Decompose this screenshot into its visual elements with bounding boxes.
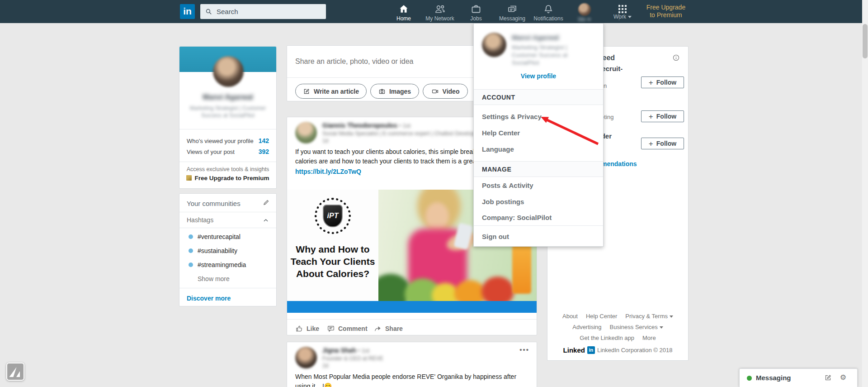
premium-upgrade-link[interactable]: Free Upgrade to Premium [179,175,276,182]
manage-section-header: MANAGE [474,161,603,177]
follow-button[interactable]: +Follow [641,76,684,88]
profile-avatar[interactable] [213,56,244,87]
account-section-header: ACCOUNT [474,89,603,105]
linkedin-home-page: in Home My Network Jobs [0,0,868,387]
post-image-heading: Why and How to Teach Your Clients About … [290,243,376,280]
nav-item-notifications[interactable]: Notifications [529,3,567,22]
comment-icon [327,325,335,333]
nav-item-jobs[interactable]: Jobs [457,3,495,22]
chevron-down-icon [670,315,673,318]
footer-link-about[interactable]: About [562,313,578,320]
post-author-avatar[interactable] [295,122,317,143]
chevron-down-icon [628,16,632,18]
edit-pencil-icon[interactable] [263,199,270,208]
search-box [200,4,326,19]
home-icon [385,3,423,15]
profile-card: Manvi Agarwal Marketing Strategist | Cus… [179,46,277,189]
post-overflow-menu[interactable]: ••• [519,346,529,354]
post-timestamp: 2d [322,363,328,369]
menu-item-settings-privacy[interactable]: Settings & Privacy [474,109,603,125]
menu-item-job-postings[interactable]: Job postings [474,194,603,210]
messaging-label: Messaging [756,374,791,382]
hashtag-item[interactable]: #streamingmedia [179,259,276,270]
ipt-logo: iPT [323,205,343,227]
images-button[interactable]: Images [370,84,419,99]
dropdown-avatar[interactable] [482,33,506,57]
linkedin-logo-square: in [587,346,595,354]
hashtag-item[interactable]: #venturecapital [179,231,276,242]
footer-links-row: Advertising Business Services [547,324,688,330]
share-prompt[interactable]: Share an article, photo, video or idea [295,57,414,66]
post-author-headline: Founder & CEO at REVE [322,355,521,362]
share-arrow-icon [374,325,382,333]
footer-link-business-services[interactable]: Business Services [610,324,663,330]
upgrade-premium-link[interactable]: Free Upgrade to Premium [641,4,691,19]
page-scrollbar [862,0,868,387]
nav-item-home[interactable]: Home [385,3,423,22]
footer-copyright: Linked in LinkedIn Corporation © 2018 [547,346,688,354]
nav-item-messaging[interactable]: Messaging [493,3,531,22]
chevron-up-icon[interactable] [263,217,269,225]
post-author-name[interactable]: Jigna Shah [322,347,356,354]
account-dropdown-menu: Manvi Agarwal Marketing Strategist | Cus… [473,23,604,247]
screen-capture-tool-button[interactable] [6,363,24,381]
show-more-link[interactable]: Show more [198,275,230,282]
dropdown-user-name: Manvi Agarwal [512,33,559,41]
post-author-avatar[interactable] [295,347,317,368]
post-link[interactable]: https://bit.ly/2LZoTwQ [295,168,361,175]
like-thumb-icon [295,325,303,333]
write-article-icon [303,88,310,95]
post-author-name[interactable]: Giannis Theodoropoulos [322,122,397,129]
share-button[interactable]: Share [374,322,403,335]
hashtag-bullet [189,234,193,239]
post-image-left-panel: iPT Why and How to Teach Your Clients Ab… [287,190,378,301]
follow-button[interactable]: +Follow [641,110,684,122]
menu-item-help-center[interactable]: Help Center [474,125,603,141]
stat-post-views[interactable]: Views of your post 392 [187,147,269,157]
comment-button[interactable]: Comment [327,322,368,335]
view-profile-link[interactable]: View profile [474,72,603,80]
messaging-icon [493,3,531,15]
write-article-button[interactable]: Write an article [295,84,367,99]
messaging-overlay-bar[interactable]: Messaging ⚙ [739,368,858,387]
menu-item-language[interactable]: Language [474,141,603,158]
info-icon[interactable] [672,54,680,63]
hashtag-item[interactable]: #sustainability [179,245,276,256]
my-network-icon [421,3,459,15]
bell-icon [529,3,567,15]
video-icon [431,88,439,95]
connection-degree: • 1st [399,122,411,129]
menu-item-sign-out[interactable]: Sign out [474,229,603,245]
discover-more-link[interactable]: Discover more [187,295,231,302]
tool-glyph [16,371,20,377]
stat-profile-views[interactable]: Who's viewed your profile 142 [187,136,269,146]
footer-link-get-app[interactable]: Get the LinkedIn app [580,334,634,341]
video-button[interactable]: Video [423,84,468,99]
footer-link-help-center[interactable]: Help Center [586,313,617,320]
like-button[interactable]: Like [295,322,319,335]
tool-glyph [9,367,16,377]
scrollbar-thumb[interactable] [863,24,868,58]
presence-dot-icon [747,376,752,381]
divider [179,288,276,288]
divider [474,225,603,226]
search-input[interactable] [200,4,326,19]
camera-icon [378,88,386,95]
nav-item-my-network[interactable]: My Network [421,3,459,22]
communities-title: Your communities [187,200,241,207]
linkedin-logo[interactable]: in [180,4,195,19]
footer-link-privacy-terms[interactable]: Privacy & Terms [625,313,673,320]
nav-item-work[interactable]: Work [604,3,642,22]
gear-icon[interactable]: ⚙ [840,373,846,382]
profile-name[interactable]: Manvi Agarwal [179,93,276,101]
follow-button[interactable]: +Follow [641,138,684,149]
footer-link-more[interactable]: More [642,334,656,341]
footer-link-advertising[interactable]: Advertising [572,324,601,330]
nav-item-me[interactable]: Me [566,3,604,22]
communities-card: Your communities Hashtags #venturecapita… [179,193,277,306]
hashtags-section-header: Hashtags [179,212,276,228]
menu-item-company-socialpilot[interactable]: Company: SocialPilot [474,210,603,226]
premium-gold-icon [186,175,192,181]
menu-item-posts-activity[interactable]: Posts & Activity [474,177,603,194]
compose-message-icon[interactable] [824,374,832,383]
